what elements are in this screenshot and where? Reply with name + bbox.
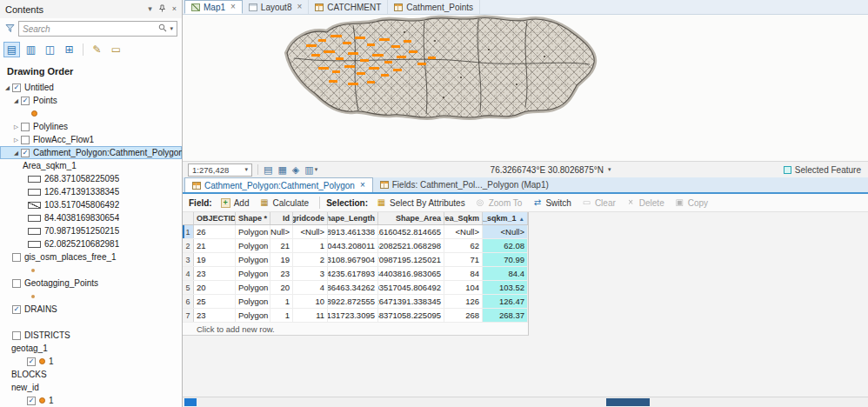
basemap-icon[interactable]: ▥▾ bbox=[304, 164, 317, 176]
table-cell[interactable]: 10 bbox=[293, 295, 328, 308]
table-cell[interactable]: 131723.3095 bbox=[328, 309, 378, 322]
table-cell[interactable]: 19 bbox=[194, 253, 236, 266]
table-cell[interactable]: <Null> bbox=[293, 225, 328, 238]
table-cell[interactable]: 1 bbox=[293, 239, 328, 252]
select-by-attributes-button[interactable]: Select By Attributes bbox=[372, 197, 470, 209]
delete-selection-button[interactable]: Delete bbox=[622, 197, 669, 209]
column-header-objectid[interactable]: OBJECTID * bbox=[194, 212, 236, 224]
table-cell[interactable]: 62082521.068298 bbox=[378, 239, 444, 252]
tree-item-untitled[interactable]: ◢✓Untitled bbox=[0, 81, 182, 94]
visibility-checkbox[interactable] bbox=[21, 136, 30, 144]
row-number-cell[interactable]: 6 bbox=[183, 295, 194, 308]
list-by-source-icon[interactable]: ▥ bbox=[23, 42, 39, 57]
map-view[interactable] bbox=[183, 15, 868, 161]
table-cell[interactable]: 23 bbox=[194, 267, 236, 280]
tree-item-1[interactable]: ✓1 bbox=[0, 355, 182, 368]
column-header-shape[interactable]: Shape * bbox=[236, 212, 270, 224]
list-by-editing-icon[interactable]: ⊞ bbox=[61, 42, 77, 57]
row-number-cell[interactable]: 3 bbox=[183, 253, 194, 266]
view-tab-catchment[interactable]: CATCHMENT bbox=[309, 0, 388, 14]
add-row-hint[interactable]: Click to add new row. bbox=[183, 323, 528, 335]
table-row[interactable]: 126Polygon<Null><Null>88913.461338316160… bbox=[183, 225, 528, 239]
table-tab-fields-cathment-pol-polygon-map1[interactable]: Fields: Cathment_Pol..._Polygon (Map1) bbox=[373, 177, 556, 192]
column-header-shape-area[interactable]: Shape_Area bbox=[378, 212, 444, 224]
table-cell[interactable]: 70.99 bbox=[483, 253, 528, 266]
table-cell[interactable]: 1 bbox=[270, 309, 293, 322]
visibility-checkbox[interactable]: ✓ bbox=[27, 397, 36, 405]
tree-item-103-517045806492[interactable]: 103.517045806492 bbox=[0, 198, 182, 211]
add-field-button[interactable]: Add bbox=[217, 197, 254, 209]
tree-item-268-371058225095[interactable]: 268.371058225095 bbox=[0, 172, 182, 185]
search-icon[interactable] bbox=[158, 23, 167, 34]
table-cell[interactable]: 19 bbox=[270, 253, 293, 266]
row-number-cell[interactable]: 2 bbox=[183, 239, 194, 252]
table-row[interactable]: 423Polygon23374235.61789384403816.983065… bbox=[183, 267, 528, 281]
table-cell[interactable]: 25 bbox=[194, 295, 236, 308]
table-cell[interactable]: 126.47 bbox=[483, 295, 528, 308]
tree-item-districts[interactable]: DISTRICTS bbox=[0, 329, 182, 342]
table-cell[interactable]: 1 bbox=[270, 295, 293, 308]
table-row[interactable]: 625Polygon11098922.872555126471391.33834… bbox=[183, 295, 528, 309]
row-number-cell[interactable]: 1 bbox=[183, 225, 194, 238]
table-cell[interactable]: Polygon bbox=[236, 281, 270, 294]
table-cell[interactable]: 20 bbox=[270, 281, 293, 294]
tree-item-new-id[interactable]: new_id bbox=[0, 381, 182, 394]
table-cell[interactable]: 2 bbox=[293, 253, 328, 266]
collapse-icon[interactable]: ◢ bbox=[3, 84, 12, 91]
table-cell[interactable]: 98922.872555 bbox=[328, 295, 378, 308]
table-cell[interactable]: 103.52 bbox=[483, 281, 528, 294]
clear-selection-button[interactable]: Clear bbox=[578, 197, 620, 209]
table-cell[interactable]: 70987195.125021 bbox=[378, 253, 444, 266]
row-number-cell[interactable]: 4 bbox=[183, 267, 194, 280]
table-cell[interactable]: 23 bbox=[270, 267, 293, 280]
collapse-icon[interactable]: ◢ bbox=[11, 150, 21, 157]
table-cell[interactable]: 60443.208011 bbox=[328, 239, 378, 252]
table-cell[interactable]: 268.37 bbox=[483, 309, 528, 322]
horizontal-scrollbar[interactable] bbox=[183, 397, 868, 407]
table-cell[interactable]: 268371058.225095 bbox=[378, 309, 444, 322]
table-cell[interactable]: 268 bbox=[444, 309, 483, 322]
table-cell[interactable]: Polygon bbox=[236, 295, 270, 308]
column-header-gridcode[interactable]: gridcode bbox=[293, 212, 328, 224]
table-cell[interactable]: Polygon bbox=[236, 225, 270, 238]
table-cell[interactable]: Polygon bbox=[236, 267, 270, 280]
close-icon[interactable]: × bbox=[172, 5, 177, 13]
visibility-checkbox[interactable] bbox=[21, 123, 30, 131]
list-by-labeling-icon[interactable]: ▭ bbox=[108, 42, 124, 57]
table-cell[interactable]: 104 bbox=[444, 281, 483, 294]
visibility-checkbox[interactable]: ✓ bbox=[12, 83, 21, 92]
pin-icon[interactable] bbox=[158, 4, 166, 14]
tree-item-geotag-1[interactable]: geotag_1 bbox=[0, 342, 182, 355]
list-by-snapping-icon[interactable]: ✎ bbox=[89, 42, 105, 57]
column-header-id[interactable]: Id bbox=[270, 212, 293, 224]
visibility-checkbox[interactable]: ✓ bbox=[21, 149, 30, 157]
tree-item-flowacc-flow1[interactable]: ▷FlowAcc_Flow1 bbox=[0, 133, 182, 146]
grid-icon[interactable]: ▦ bbox=[277, 164, 286, 176]
zoom-to-button[interactable]: Zoom To bbox=[471, 197, 527, 209]
list-by-selection-icon[interactable]: ◫ bbox=[42, 42, 58, 57]
coords-dropdown-icon[interactable]: ▾ bbox=[608, 166, 611, 173]
tree-item-dot-small[interactable] bbox=[0, 290, 182, 303]
search-input[interactable] bbox=[23, 24, 156, 34]
table-cell[interactable]: 126471391.338345 bbox=[378, 295, 444, 308]
table-row[interactable]: 723Polygon111131723.3095268371058.225095… bbox=[183, 309, 528, 323]
list-by-drawing-order-icon[interactable]: ▤ bbox=[3, 42, 20, 57]
table-cell[interactable]: Polygon bbox=[236, 253, 270, 266]
tree-item-70-9871951250215[interactable]: 70.9871951250215 bbox=[0, 224, 182, 237]
copy-button[interactable]: Copy bbox=[671, 197, 712, 209]
tree-item-blocks[interactable]: BLOCKS bbox=[0, 368, 182, 381]
tree-item-gis-osm-places-free-1[interactable]: gis_osm_places_free_1 bbox=[0, 250, 182, 264]
table-cell[interactable]: 103517045.806492 bbox=[378, 281, 444, 294]
chevron-down-icon[interactable]: ▾ bbox=[148, 5, 152, 13]
visibility-checkbox[interactable]: ✓ bbox=[12, 305, 21, 314]
tree-item-126-471391338345[interactable]: 126.471391338345 bbox=[0, 185, 182, 198]
column-header-rownum[interactable] bbox=[183, 212, 194, 224]
table-cell[interactable]: <Null> bbox=[444, 225, 483, 238]
view-tab-layout8[interactable]: Layout8× bbox=[243, 0, 309, 14]
close-tab-icon[interactable]: × bbox=[360, 181, 365, 190]
row-number-cell[interactable]: 5 bbox=[183, 281, 194, 294]
search-dropdown-icon[interactable]: ▾ bbox=[170, 25, 173, 32]
diamond-grid-icon[interactable]: ◈ bbox=[292, 164, 299, 176]
view-tab-map1[interactable]: Map1× bbox=[184, 0, 243, 14]
table-cell[interactable]: 62 bbox=[444, 239, 483, 252]
